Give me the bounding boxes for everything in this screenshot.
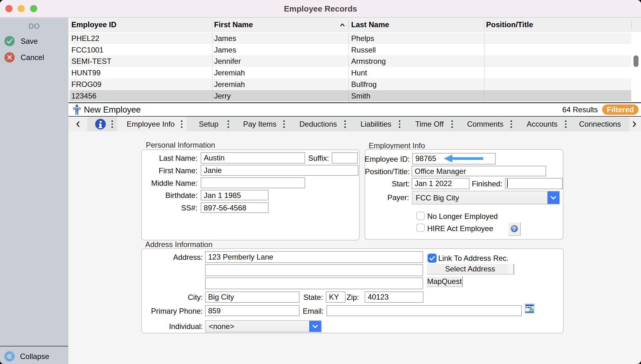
svg-text:?: ? [513, 226, 516, 232]
